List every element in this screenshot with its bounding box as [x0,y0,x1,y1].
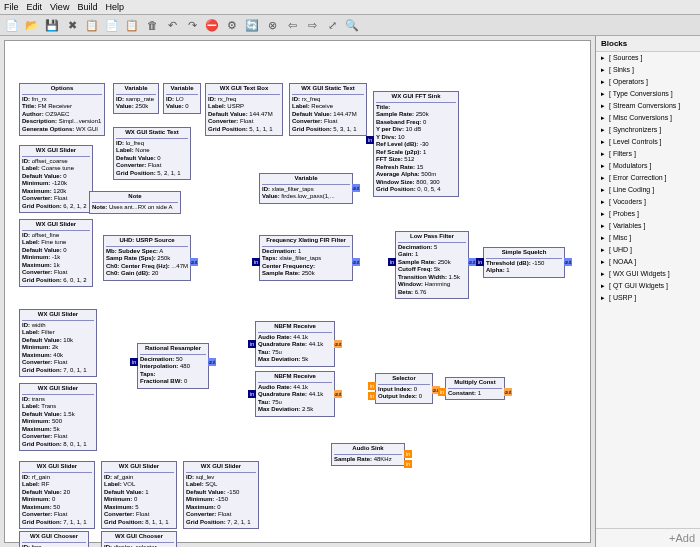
port-out[interactable]: out [334,390,342,398]
paste-icon[interactable]: 📋 [124,17,140,33]
zoom-icon[interactable]: 🔍 [344,17,360,33]
block-slider-sql[interactable]: WX GUI Slider ID: sql_levLabel: SQLDefau… [183,461,259,529]
sidebar-item-10[interactable]: ▸[ Error Correction ] [596,172,700,184]
undo-icon[interactable]: ↶ [164,17,180,33]
block-squelch[interactable]: Simple Squelch Threshold (dB): -150Alpha… [483,247,565,278]
sidebar-item-1[interactable]: ▸[ Sinks ] [596,64,700,76]
block-slider-coarse[interactable]: WX GUI Slider ID: offset_coarseLabel: Co… [19,145,93,213]
menu-edit[interactable]: Edit [27,2,43,12]
back-icon[interactable]: ⇦ [284,17,300,33]
block-lpf[interactable]: Low Pass Filter Decimation: 5Gain: 1Samp… [395,231,469,299]
cut-icon[interactable]: 📋 [84,17,100,33]
block-slider-fine[interactable]: WX GUI Slider ID: offset_fineLabel: Fine… [19,219,93,287]
close-icon[interactable]: ✖ [64,17,80,33]
port-in0[interactable]: in [368,382,376,390]
sidebar-item-19[interactable]: ▸[ QT GUI Widgets ] [596,280,700,292]
menu-build[interactable]: Build [77,2,97,12]
block-resamp[interactable]: Rational Resampler Decimation: 50Interpo… [137,343,209,389]
block-nbfm1[interactable]: NBFM Receive Audio Rate: 44.1kQuadrature… [255,321,335,367]
sidebar-item-5[interactable]: ▸[ Misc Conversions ] [596,112,700,124]
port-in0[interactable]: in [404,450,412,458]
port-out[interactable]: out [564,258,572,266]
port-out[interactable]: out [468,258,476,266]
delete-icon[interactable]: 🗑 [144,17,160,33]
redo-icon[interactable]: ↷ [184,17,200,33]
port-in[interactable]: in [388,258,396,266]
block-fft[interactable]: WX GUI FFT Sink Title:Sample Rate: 250kB… [373,91,459,197]
sidebar-item-18[interactable]: ▸[ WX GUI Widgets ] [596,268,700,280]
port-in1[interactable]: in [404,460,412,468]
block-options[interactable]: Options ID: fm_rxTitle: FM ReceiverAutho… [19,83,105,136]
open-icon[interactable]: 📂 [24,17,40,33]
sidebar-item-12[interactable]: ▸[ Vocoders ] [596,196,700,208]
block-chooser-fmn[interactable]: WX GUI Chooser ID: fmn [19,531,89,547]
block-fir[interactable]: Frequency Xlating FIR Filter Decimation:… [259,235,353,281]
port-in[interactable]: in [248,390,256,398]
block-selector[interactable]: Selector Input Index: 0Output Index: 0 i… [375,373,433,404]
kill-icon[interactable]: ⊗ [264,17,280,33]
menubar: File Edit View Build Help [0,0,700,15]
stop-icon[interactable]: ⛔ [204,17,220,33]
port-in1[interactable]: in [368,392,376,400]
menu-help[interactable]: Help [105,2,124,12]
flowgraph-canvas[interactable]: Options ID: fm_rxTitle: FM ReceiverAutho… [4,40,591,543]
add-block-button[interactable]: +Add [596,528,700,547]
sidebar-item-3[interactable]: ▸[ Type Conversions ] [596,88,700,100]
port-out[interactable]: out [352,258,360,266]
menu-view[interactable]: View [50,2,69,12]
sidebar-item-6[interactable]: ▸[ Synchronizers ] [596,124,700,136]
copy-icon[interactable]: 📄 [104,17,120,33]
block-mult[interactable]: Multiply Const Constant: 1 in out [445,377,505,400]
sidebar-item-7[interactable]: ▸[ Level Controls ] [596,136,700,148]
sidebar-item-16[interactable]: ▸[ UHD ] [596,244,700,256]
sidebar-item-13[interactable]: ▸[ Probes ] [596,208,700,220]
port-in[interactable]: in [366,136,374,144]
sidebar-item-2[interactable]: ▸[ Operators ] [596,76,700,88]
sidebar-item-14[interactable]: ▸[ Variables ] [596,220,700,232]
sidebar-item-20[interactable]: ▸[ USRP ] [596,292,700,304]
forward-icon[interactable]: ⇨ [304,17,320,33]
port-in[interactable]: in [252,258,260,266]
port-in[interactable]: in [130,358,138,366]
port-out[interactable]: out [504,388,512,396]
block-usrp[interactable]: UHD: USRP Source Mb: Subdev Spec: ASamp … [103,235,191,281]
sidebar-list: ▸[ Sources ]▸[ Sinks ]▸[ Operators ]▸[ T… [596,52,700,304]
block-slider-rf[interactable]: WX GUI Slider ID: rf_gainLabel: RFDefaul… [19,461,95,529]
block-audio[interactable]: Audio Sink Sample Rate: 48KHz in in [331,443,405,466]
block-static-lo[interactable]: WX GUI Static Text ID: lo_freqLabel: Non… [113,127,191,180]
block-var-lo[interactable]: Variable ID: LOValue: 0 [163,83,201,114]
sidebar-item-8[interactable]: ▸[ Filters ] [596,148,700,160]
sidebar-item-9[interactable]: ▸[ Modulators ] [596,160,700,172]
generate-icon[interactable]: ⚙ [224,17,240,33]
block-chooser-disp[interactable]: WX GUI Chooser ID: display_selector [101,531,177,547]
sidebar-item-0[interactable]: ▸[ Sources ] [596,52,700,64]
rotate-icon[interactable]: ⤢ [324,17,340,33]
new-icon[interactable]: 📄 [4,17,20,33]
port-in[interactable]: in [476,258,484,266]
reload-icon[interactable]: 🔄 [244,17,260,33]
block-static-rx[interactable]: WX GUI Static Text ID: rx_freqLabel: Rec… [289,83,367,136]
save-icon[interactable]: 💾 [44,17,60,33]
sidebar-item-11[interactable]: ▸[ Line Coding ] [596,184,700,196]
block-textbox[interactable]: WX GUI Text Box ID: rx_freqLabel: USRPDe… [205,83,283,136]
port-out[interactable]: out [190,258,198,266]
sidebar-item-4[interactable]: ▸[ Stream Conversions ] [596,100,700,112]
block-var-samp[interactable]: Variable ID: samp_rateValue: 250k [113,83,159,114]
block-var-taps[interactable]: Variable ID: xlate_filter_tapsValue: fir… [259,173,353,204]
toolbar: 📄 📂 💾 ✖ 📋 📄 📋 🗑 ↶ ↷ ⛔ ⚙ 🔄 ⊗ ⇦ ⇨ ⤢ 🔍 [0,15,700,36]
sidebar-item-17[interactable]: ▸[ NOAA ] [596,256,700,268]
block-slider-width[interactable]: WX GUI Slider ID: widthLabel: FilterDefa… [19,309,97,377]
port-out[interactable]: out [208,358,216,366]
block-nbfm2[interactable]: NBFM Receive Audio Rate: 44.1kQuadrature… [255,371,335,417]
block-slider-trans[interactable]: WX GUI Slider ID: transLabel: TransDefau… [19,383,97,451]
port-out[interactable]: out [334,340,342,348]
port-out[interactable]: out [352,184,360,192]
port-in[interactable]: in [438,388,446,396]
sidebar-item-15[interactable]: ▸[ Misc ] [596,232,700,244]
blocks-sidebar: Blocks ▸[ Sources ]▸[ Sinks ]▸[ Operator… [595,36,700,547]
block-slider-af[interactable]: WX GUI Slider ID: af_gainLabel: VOLDefau… [101,461,177,529]
block-note[interactable]: Note Note: Uses ant...RX on side A [89,191,181,214]
sidebar-title: Blocks [596,36,700,52]
port-in[interactable]: in [248,340,256,348]
menu-file[interactable]: File [4,2,19,12]
